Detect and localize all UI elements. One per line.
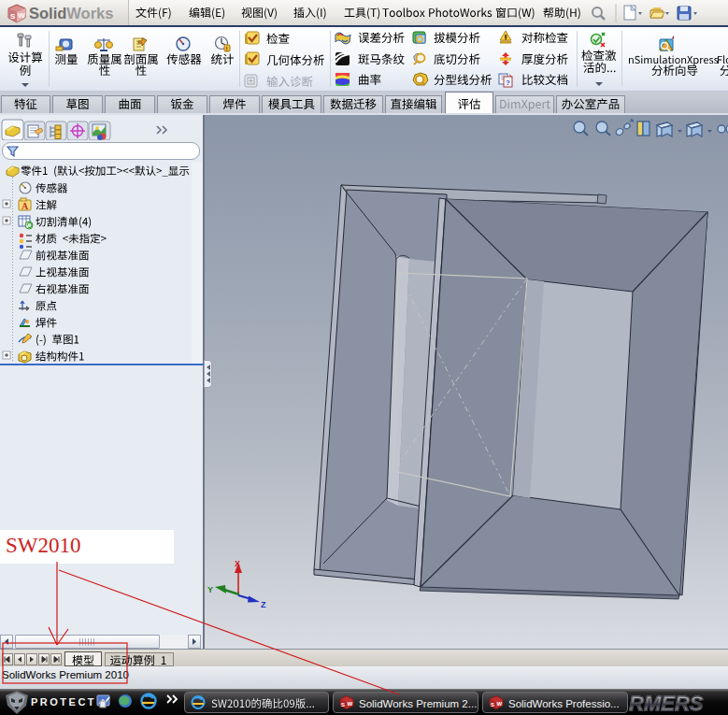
svg-text:A: A [21,201,29,211]
svg-text:S: S [341,702,345,708]
svg-text:X: X [235,559,240,568]
svg-text:W: W [348,701,353,707]
svg-text:S: S [491,702,494,708]
svg-text:Y: Y [207,585,213,594]
svg-text:S: S [10,12,16,21]
svg-text:W: W [18,11,25,20]
svg-text:W: W [497,701,503,707]
svg-text:!: ! [226,46,228,52]
svg-text:?: ? [506,79,510,87]
svg-text:Z: Z [261,600,266,609]
